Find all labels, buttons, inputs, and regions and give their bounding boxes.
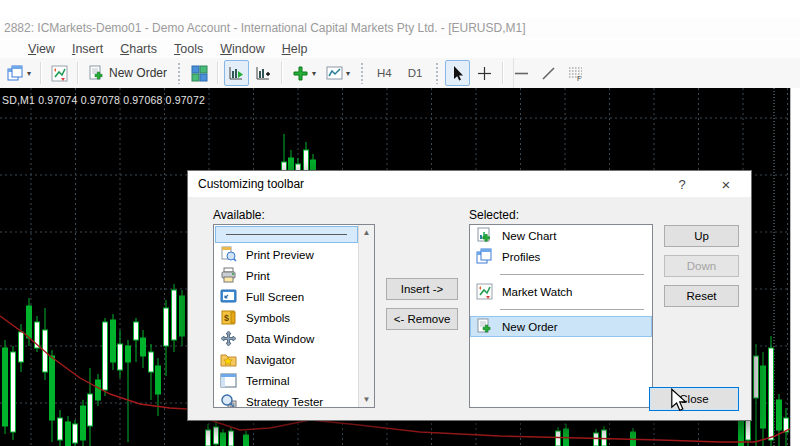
available-list-items: Print PreviewPrintFull Screen$SymbolsDat… [214,225,359,407]
available-listbox[interactable]: Print PreviewPrintFull Screen$SymbolsDat… [213,224,375,408]
template-button[interactable]: ▾ [322,60,354,86]
list-separator-item-selected[interactable] [215,226,358,243]
menu-charts[interactable]: Charts [120,42,157,56]
list-item-label: Symbols [246,312,290,324]
add-indicator-button[interactable]: ▾ [288,60,320,86]
list-item-full-screen[interactable]: Full Screen [214,286,359,307]
list-item-label: Navigator [246,354,295,366]
separator-line [226,234,347,235]
list-item-new-order[interactable]: New Order [470,316,652,337]
market-watch-icon [51,65,68,82]
svg-text:F: F [577,75,581,82]
divider-line [500,309,644,310]
fibonacci-button[interactable]: F [563,60,588,86]
fibonacci-icon: F [567,65,584,82]
menu-tools[interactable]: Tools [174,42,203,56]
auto-scroll-button[interactable] [224,60,249,86]
selected-listbox[interactable]: New ChartProfilesMarket WatchNew Order [469,224,653,408]
menu-help[interactable]: Help [282,42,308,56]
symbols-icon: $ [220,309,237,326]
crosshair-button[interactable] [472,60,497,86]
available-label: Available: [213,208,265,222]
print-icon [220,267,237,284]
new-chart-icon [476,227,493,244]
list-item-label: New Order [502,321,558,333]
new-order-icon [88,65,105,82]
print-preview-icon [220,246,237,263]
trend-line-button[interactable] [536,60,561,86]
scroll-down-icon[interactable]: ▼ [359,392,374,407]
menu-bar: ViewInsertChartsToolsWindowHelp [0,40,800,58]
menu-view[interactable]: View [28,42,55,56]
full-screen-icon [220,288,237,305]
list-item-symbols[interactable]: $Symbols [214,307,359,328]
up-button[interactable]: Up [664,225,739,247]
toolbar: ▾New Order▾▾H4D1F [0,58,800,88]
close-icon[interactable]: × [709,171,743,197]
terminal-icon [220,372,237,389]
remove-button[interactable]: <- Remove [386,308,458,330]
insert-button[interactable]: Insert -> [386,278,458,300]
list-item-terminal[interactable]: Terminal [214,370,359,391]
list-item-print[interactable]: Print [214,265,359,286]
application-window: 2882: ICMarkets-Demo01 - Demo Account - … [0,0,800,446]
help-icon[interactable]: ? [665,171,699,197]
close-button[interactable]: Close [649,387,739,411]
list-item-label: Market Watch [502,286,573,298]
profiles-icon [7,65,24,82]
toolbar-drag-handle[interactable] [177,62,181,84]
list-item-market-watch[interactable]: Market Watch [470,281,652,302]
toolbar-end-divider [513,58,514,88]
strategy-tester-icon [220,393,237,408]
dialog-title-bar[interactable]: Customizing toolbar ? × [188,171,751,197]
toolbar-separator [217,62,219,84]
toolbar-separator [281,62,283,84]
cursor-button[interactable] [445,60,470,86]
list-item-strategy-tester[interactable]: Strategy Tester [214,391,359,408]
toolbar-separator [40,62,42,84]
list-item-data-window[interactable]: Data Window [214,328,359,349]
down-button: Down [664,255,739,277]
menu-insert[interactable]: Insert [72,42,103,56]
list-item-profiles[interactable]: Profiles [470,246,652,267]
right-margin [790,88,800,446]
list-item-label: Print Preview [246,249,314,261]
chevron-down-icon[interactable]: ▾ [27,69,31,78]
divider-line [500,274,644,275]
list-item-navigator[interactable]: Navigator [214,349,359,370]
dialog-title: Customizing toolbar [198,177,304,191]
title-bar: 2882: ICMarkets-Demo01 - Demo Account - … [0,18,800,38]
toolbar-drag-handle[interactable] [360,62,364,84]
list-item-label: Full Screen [246,291,304,303]
tile-windows-button[interactable] [187,60,212,86]
reset-button[interactable]: Reset [664,285,739,307]
list-divider [470,302,652,316]
new-order-button[interactable]: New Order [84,60,171,86]
horizontal-line-icon [513,65,530,82]
list-item-new-chart[interactable]: New Chart [470,225,652,246]
customizing-toolbar-dialog: Customizing toolbar ? × Available: Selec… [187,170,752,421]
window-title: 2882: ICMarkets-Demo01 - Demo Account - … [4,21,526,35]
profiles-button[interactable]: ▾ [3,60,35,86]
list-item-label: Data Window [246,333,314,345]
chevron-down-icon[interactable]: ▾ [346,69,350,78]
scroll-up-icon[interactable]: ▲ [359,225,374,240]
scrollbar[interactable]: ▲ ▼ [358,225,374,407]
new-order-icon [476,318,493,335]
menu-window[interactable]: Window [220,42,264,56]
trend-line-icon [540,65,557,82]
market-watch-icon [476,283,493,300]
chevron-down-icon[interactable]: ▾ [312,69,316,78]
chart-shift-button[interactable] [251,60,276,86]
selected-list-items: New ChartProfilesMarket WatchNew Order [470,225,652,407]
tile-windows-icon [191,65,208,82]
navigator-icon [220,351,237,368]
timeframe-d1-button[interactable]: D1 [401,60,430,86]
toolbar-button-label: New Order [109,66,167,80]
timeframe-h4-button[interactable]: H4 [370,60,399,86]
template-icon [326,65,343,82]
market-watch-button[interactable] [47,60,72,86]
data-window-icon [220,330,237,347]
toolbar-drag-handle[interactable] [435,62,439,84]
list-item-print-preview[interactable]: Print Preview [214,244,359,265]
